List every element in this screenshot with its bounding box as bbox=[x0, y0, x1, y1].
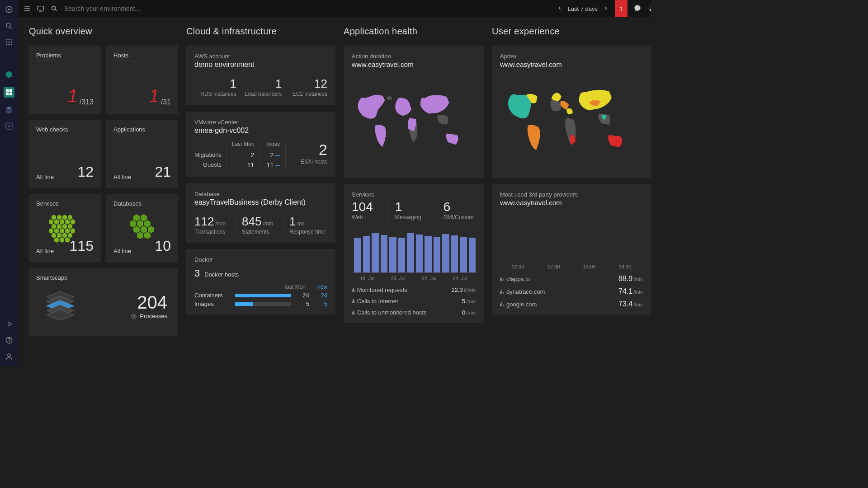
svc-web-lbl: Web bbox=[352, 214, 373, 221]
svg-marker-46 bbox=[60, 228, 64, 234]
svg-point-73 bbox=[387, 96, 392, 100]
docker-images-lbl: Images bbox=[194, 300, 231, 307]
section-ux-title: User experience bbox=[492, 26, 651, 37]
svg-marker-54 bbox=[60, 237, 64, 243]
svg-point-30 bbox=[651, 5, 651, 8]
tile-databases[interactable]: Databases All fine10 bbox=[106, 194, 178, 263]
nav-dashboard-icon[interactable] bbox=[4, 87, 14, 98]
db-stmt-lbl: Statements bbox=[242, 229, 280, 236]
svc-rmi-lbl: RMI/Custom bbox=[443, 214, 474, 221]
tile-webchecks[interactable]: Web checks All fine12 bbox=[29, 120, 101, 188]
tile-action-duration[interactable]: Action duration www.easytravel.com bbox=[344, 46, 484, 178]
svg-marker-32 bbox=[57, 215, 61, 220]
svg-marker-63 bbox=[148, 226, 154, 233]
tile-database[interactable]: Database easyTravelBusiness (Derby Clien… bbox=[186, 183, 335, 243]
tile-aws[interactable]: AWS account demo environment 1RDS instan… bbox=[186, 46, 335, 105]
tile-smartscape[interactable]: Smartscape 204 bbox=[29, 268, 178, 336]
tile-apdex[interactable]: Apdex www.easytravel.com bbox=[492, 46, 651, 178]
svg-marker-62 bbox=[141, 226, 147, 233]
nav-plus-icon[interactable] bbox=[5, 122, 13, 130]
svg-marker-41 bbox=[57, 224, 61, 229]
svg-point-2 bbox=[6, 23, 10, 27]
databases-hex-icon bbox=[129, 214, 156, 239]
svg-point-22 bbox=[8, 354, 10, 357]
apps-grid-icon[interactable] bbox=[5, 38, 13, 46]
tile-providers[interactable]: Most used 3rd party providers www.easytr… bbox=[492, 184, 651, 315]
svg-rect-26 bbox=[38, 6, 43, 10]
svg-marker-40 bbox=[52, 224, 56, 229]
chat-icon[interactable] bbox=[634, 5, 642, 13]
tile-hosts[interactable]: Hosts 1/31 bbox=[106, 46, 178, 114]
tile-problems[interactable]: Problems 1/313 bbox=[29, 46, 101, 114]
monitor-icon[interactable] bbox=[37, 5, 44, 12]
prov-cfapps-val: 88.9 bbox=[618, 275, 632, 282]
docker-title: Docker bbox=[194, 256, 327, 263]
svg-rect-14 bbox=[9, 89, 12, 92]
svg-point-28 bbox=[52, 6, 56, 10]
bars-icon bbox=[500, 290, 504, 294]
processes-icon bbox=[131, 313, 137, 319]
vmware-guests-b: 11 bbox=[267, 161, 274, 169]
docker-hdr-last: last Mon bbox=[285, 284, 306, 290]
svg-point-9 bbox=[11, 42, 12, 43]
metric-unmon-unit: /min bbox=[466, 310, 476, 315]
metric-monitored-unit: k/min bbox=[464, 287, 476, 293]
svg-marker-45 bbox=[54, 228, 59, 234]
spark-icon bbox=[275, 155, 280, 156]
timeframe-next-icon[interactable] bbox=[603, 5, 609, 12]
db-rt-unit: ms bbox=[297, 221, 304, 227]
vmware-esxi-num: 2 bbox=[286, 141, 327, 159]
bars-icon bbox=[500, 277, 504, 281]
timeframe-label[interactable]: Last 7 days bbox=[568, 5, 598, 12]
tile-services[interactable]: Services All fine115 bbox=[29, 194, 101, 263]
logo-icon[interactable] bbox=[5, 5, 13, 14]
user-icon[interactable] bbox=[5, 352, 13, 361]
svg-point-10 bbox=[6, 44, 7, 45]
tile-applications[interactable]: Applications All fine21 bbox=[106, 120, 178, 188]
docker-images-bar bbox=[235, 302, 291, 306]
metric-internet-lbl: Calls to Internet bbox=[357, 298, 398, 305]
help-icon[interactable] bbox=[5, 336, 13, 344]
search-input[interactable] bbox=[64, 5, 200, 12]
aws-title: AWS account bbox=[194, 53, 327, 60]
aws-name: demo environment bbox=[194, 61, 327, 69]
docker-containers-a: 24 bbox=[296, 292, 309, 299]
db-tx-lbl: Transactions bbox=[194, 229, 232, 236]
topbar-search-icon[interactable] bbox=[51, 5, 58, 12]
timeframe-prev-icon[interactable] bbox=[557, 5, 562, 12]
search-icon[interactable] bbox=[5, 22, 13, 30]
menu-icon[interactable] bbox=[24, 5, 31, 12]
svg-marker-34 bbox=[68, 215, 72, 220]
svg-rect-16 bbox=[9, 93, 12, 95]
db-title: Database bbox=[194, 191, 327, 197]
nav-cube-icon[interactable] bbox=[5, 70, 13, 79]
svg-point-11 bbox=[9, 44, 10, 45]
svg-marker-51 bbox=[62, 233, 67, 238]
vmware-name: emea-gdn-vc002 bbox=[194, 127, 327, 135]
db-tx-unit: /min bbox=[215, 221, 226, 227]
aws-ec2-lbl: EC2 instances bbox=[285, 91, 327, 98]
profile-icon[interactable] bbox=[648, 5, 651, 13]
tile-vmware[interactable]: VMware vCenter emea-gdn-vc002 Migrations… bbox=[186, 112, 335, 177]
svg-marker-49 bbox=[52, 233, 56, 238]
section-cloud-title: Cloud & infrastructure bbox=[186, 26, 335, 37]
prov-dyna-lbl: dynatrace.com bbox=[506, 288, 545, 295]
expand-icon[interactable] bbox=[5, 320, 13, 328]
nav-stack-icon[interactable] bbox=[5, 106, 13, 114]
vmware-mig-b: 2 bbox=[270, 151, 274, 159]
services-hex-icon bbox=[47, 214, 83, 245]
svg-marker-43 bbox=[68, 224, 72, 229]
svg-point-6 bbox=[11, 39, 12, 40]
vmware-guests-a: 11 bbox=[232, 160, 254, 170]
smartscape-value: 204 bbox=[131, 292, 167, 313]
alert-badge[interactable]: 1 bbox=[615, 0, 627, 17]
svc-msg-lbl: Messaging bbox=[395, 214, 421, 221]
svg-point-21 bbox=[9, 342, 9, 342]
bars-icon bbox=[500, 302, 504, 306]
prov-google-lbl: google.com bbox=[506, 301, 537, 308]
tile-app-services[interactable]: Services 104Web 1Messaging 6RMI/Custom 1… bbox=[344, 184, 484, 323]
databases-status: All fine bbox=[113, 248, 131, 254]
tile-docker[interactable]: Docker 3Docker hosts last Monnow Contain… bbox=[186, 249, 335, 314]
svg-marker-53 bbox=[54, 237, 59, 243]
docker-hdr-now: now bbox=[317, 284, 327, 290]
